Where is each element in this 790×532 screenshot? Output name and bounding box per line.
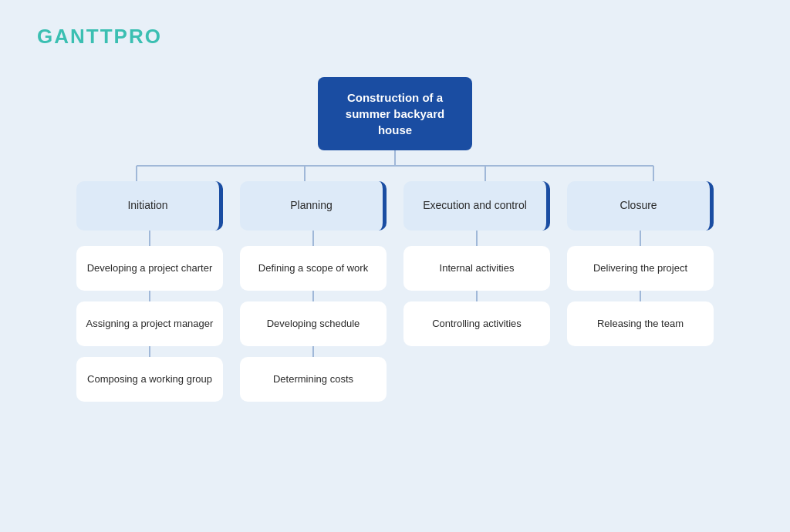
child-node: Developing schedule [240,301,387,346]
cat-connector [476,231,478,246]
child-node: Releasing the team [567,301,714,346]
child-connector [149,346,150,357]
categories-row: Initiation Developing a project charter … [56,181,734,402]
logo: GANTTPRO [37,25,162,49]
child-node: Defining a scope of work [240,246,387,291]
cat-connector [149,231,150,246]
children-area-execution: Internal activities Controlling activiti… [403,246,550,346]
child-node: Assigning a project manager [76,301,223,346]
child-node: Internal activities [403,246,550,291]
root-connectors [56,150,734,181]
category-node-initiation: Initiation [76,181,223,231]
child-node: Delivering the project [567,246,714,291]
child-connector [312,346,314,357]
root-node: Construction of a summer backyard house [318,77,472,150]
child-node: Determining costs [240,357,387,402]
category-col-planning: Planning Defining a scope of work Develo… [240,181,387,402]
category-node-closure: Closure [567,181,714,231]
cat-connector [312,231,314,246]
child-connector [640,291,641,301]
category-col-initiation: Initiation Developing a project charter … [76,181,223,402]
category-col-closure: Closure Delivering the project Releasing… [567,181,714,402]
cat-connector [640,231,641,246]
child-node: Controlling activities [403,301,550,346]
child-node: Composing a working group [76,357,223,402]
child-connector [476,291,478,301]
child-node: Developing a project charter [76,246,223,291]
children-area-initiation: Developing a project charter Assigning a… [76,246,223,402]
diagram: Construction of a summer backyard house … [0,77,790,532]
category-col-execution: Execution and control Internal activitie… [403,181,550,402]
child-connector [149,291,150,301]
category-node-execution: Execution and control [403,181,550,231]
child-connector [312,291,314,301]
children-area-closure: Delivering the project Releasing the tea… [567,246,714,346]
children-area-planning: Defining a scope of work Developing sche… [240,246,387,402]
category-node-planning: Planning [240,181,387,231]
